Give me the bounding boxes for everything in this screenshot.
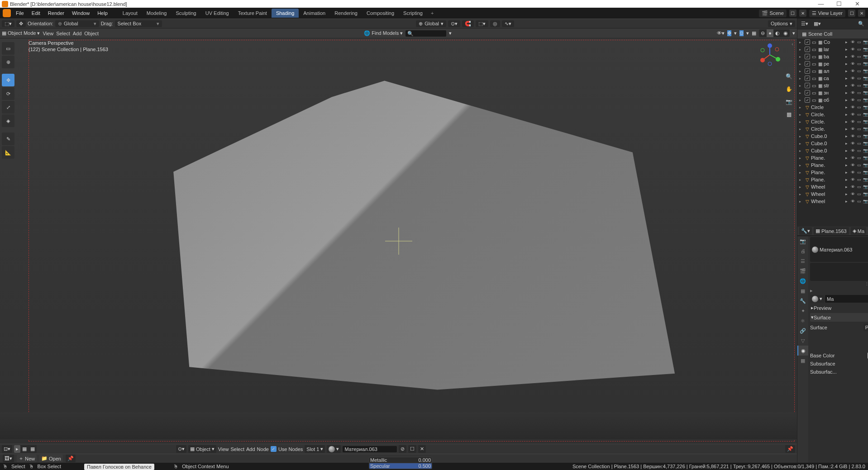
- rotate-tool[interactable]: ⟳: [2, 87, 14, 100]
- properties-type[interactable]: 🔧▾: [799, 227, 812, 235]
- cursor-tool[interactable]: ⊕: [2, 56, 14, 68]
- material-slot[interactable]: Материал.063: [810, 237, 868, 262]
- tab-particles[interactable]: ✦: [797, 306, 808, 316]
- orientation-dropdown[interactable]: ⊕ Global▾: [55, 20, 99, 27]
- node-menu-node[interactable]: Node: [257, 446, 269, 452]
- move-tool[interactable]: ✥: [2, 74, 14, 86]
- shading-solid[interactable]: ●: [767, 29, 773, 37]
- material-browse[interactable]: ▾: [327, 445, 341, 453]
- new-button[interactable]: ＋ New: [17, 455, 37, 462]
- node-menu-add[interactable]: Add: [246, 446, 255, 452]
- search-icon[interactable]: 🔍: [856, 20, 866, 28]
- menu-file[interactable]: File: [13, 10, 27, 16]
- delete-viewlayer-button[interactable]: ✕: [858, 9, 865, 17]
- gizmo-toggle[interactable]: ✥: [727, 30, 731, 36]
- node-menu-view[interactable]: View: [218, 446, 229, 452]
- v3d-menu-add[interactable]: Add: [73, 31, 82, 36]
- v3d-menu-select[interactable]: Select: [56, 31, 70, 36]
- outliner-type[interactable]: ☰▾: [799, 20, 810, 28]
- delete-scene-button[interactable]: ✕: [799, 9, 806, 17]
- editor-type-icon[interactable]: ⊡▾: [2, 445, 12, 453]
- visibility-toggle[interactable]: 👁▾: [717, 30, 725, 36]
- data-selector[interactable]: ◈ Ma: [851, 227, 866, 235]
- editor-type-menu[interactable]: ⬚▾: [2, 20, 14, 27]
- pivot-dropdown[interactable]: ⊙▾: [448, 20, 460, 27]
- tab-constraints[interactable]: 🔗: [797, 326, 808, 336]
- proportional-dropdown[interactable]: ∿▾: [502, 20, 514, 27]
- tab-texture[interactable]: ▦: [797, 356, 808, 366]
- preview-panel[interactable]: ▸ Preview: [810, 304, 868, 312]
- tab-sculpting[interactable]: Sculpting: [171, 9, 200, 18]
- proportional-toggle[interactable]: ◎: [490, 20, 500, 27]
- display-mode[interactable]: ▦▾: [812, 20, 823, 28]
- snap-dropdown[interactable]: ⬚▾: [476, 20, 488, 27]
- tab-compositing[interactable]: Compositing: [362, 9, 399, 18]
- new-viewlayer-button[interactable]: ☐: [848, 9, 855, 17]
- tab-shading[interactable]: Shading: [272, 9, 299, 18]
- shading-rendered[interactable]: ◉: [782, 29, 790, 37]
- tab-animation[interactable]: Animation: [299, 9, 330, 18]
- browse-material[interactable]: ▾: [810, 295, 824, 303]
- tab-scripting[interactable]: Scripting: [399, 9, 427, 18]
- tab-layout[interactable]: Layout: [118, 9, 142, 18]
- tab-rendering[interactable]: Rendering: [330, 9, 362, 18]
- tab-texpaint[interactable]: Texture Paint: [234, 9, 272, 18]
- tab-modeling[interactable]: Modeling: [142, 9, 172, 18]
- v3d-menu-object[interactable]: Object: [84, 31, 99, 36]
- tab-output[interactable]: 🖨: [797, 246, 808, 256]
- scene-collection-label[interactable]: Scene Coll: [806, 31, 832, 37]
- 3d-viewport[interactable]: Camera Perspective (122) Scene Collectio…: [0, 38, 797, 444]
- surface-panel[interactable]: ▾ Surface: [810, 313, 868, 322]
- find-models-dropdown[interactable]: 🌐 Find Models ▾: [364, 30, 403, 36]
- annotate-tool[interactable]: ✎: [2, 133, 14, 145]
- open-button[interactable]: 📁 Open: [39, 455, 63, 462]
- menu-window[interactable]: Window: [69, 10, 93, 16]
- new-material-button[interactable]: ☐: [408, 445, 416, 453]
- overlay-toggle[interactable]: ⊙: [739, 30, 744, 36]
- sidebar-toggle[interactable]: ‹: [792, 41, 793, 47]
- object-selector[interactable]: ▦ Plane.1563: [814, 227, 849, 235]
- asset-dropdown[interactable]: ▾: [449, 30, 452, 36]
- shading-lookdev[interactable]: ◐: [773, 29, 782, 37]
- tab-scene[interactable]: 🎬: [797, 266, 808, 276]
- options-dropdown[interactable]: Options ▾: [768, 20, 795, 27]
- search-input[interactable]: [405, 30, 446, 37]
- shading-wireframe[interactable]: ⊖: [759, 29, 767, 37]
- new-scene-button[interactable]: ☐: [789, 9, 796, 17]
- shadertype-dropdown[interactable]: ⊙▾: [176, 445, 186, 453]
- node-menu-select[interactable]: Select: [230, 446, 244, 452]
- grid-icon[interactable]: ▦: [20, 445, 29, 453]
- tab-data[interactable]: ▽: [797, 336, 808, 346]
- node-preview[interactable]: Metallic0.000 Specular0.500: [369, 457, 432, 469]
- viewlayer-selector[interactable]: ☰View Layer: [809, 9, 845, 17]
- drag-dropdown[interactable]: Select Box▾: [115, 20, 162, 27]
- outliner[interactable]: ▦ Scene Coll ▸✓▭▦Co▸👁▭📷 ▸✓▭▦lar▸👁▭📷 ▸✓▭▦…: [797, 29, 868, 227]
- tab-object[interactable]: ▦: [797, 286, 808, 296]
- cursor-tool-icon[interactable]: ✥: [16, 20, 26, 27]
- tab-material[interactable]: ◉: [797, 346, 808, 356]
- use-nodes-checkbox[interactable]: ✓: [271, 446, 277, 452]
- tab-modifiers[interactable]: 🔧: [797, 296, 808, 306]
- slot-dropdown[interactable]: Slot 1 ▾: [305, 445, 325, 453]
- maximize-button[interactable]: ☐: [830, 0, 848, 7]
- shader-object-dropdown[interactable]: ▦ Object ▾: [188, 445, 216, 453]
- app-icon[interactable]: [3, 9, 11, 17]
- shading-dropdown[interactable]: ▾: [792, 30, 795, 36]
- gizmo-dropdown[interactable]: ▾: [734, 30, 737, 36]
- tab-uv[interactable]: UV Editing: [201, 9, 234, 18]
- overlay-dropdown[interactable]: ▾: [746, 30, 749, 36]
- material-name-input[interactable]: [343, 446, 397, 452]
- close-button[interactable]: ✕: [848, 0, 866, 7]
- add-workspace-button[interactable]: +: [427, 9, 437, 18]
- tab-physics[interactable]: ⚛: [797, 316, 808, 326]
- pin-material-button[interactable]: ⊘: [399, 445, 406, 453]
- menu-edit[interactable]: Edit: [29, 10, 43, 16]
- xray-toggle[interactable]: ▦: [752, 30, 756, 36]
- transform-space-dropdown[interactable]: ⊕ Global ▾: [416, 20, 446, 27]
- tab-viewlayer[interactable]: ☰: [797, 256, 808, 266]
- material-name-field[interactable]: [825, 295, 868, 303]
- tab-world[interactable]: 🌐: [797, 276, 808, 286]
- image-editor-type[interactable]: 🖼▾: [3, 455, 14, 462]
- menu-render[interactable]: Render: [45, 10, 67, 16]
- material-list[interactable]: [810, 263, 868, 281]
